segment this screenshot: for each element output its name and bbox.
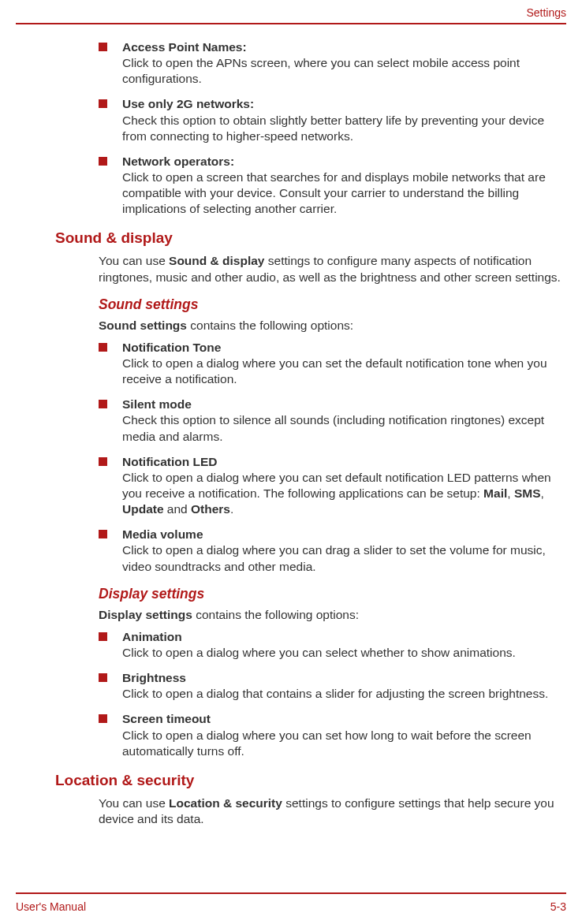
item-desc: Click to open a dialog where you can set…: [122, 728, 532, 758]
display-settings-lead: Display settings contains the following …: [99, 607, 566, 623]
footer-left: User's Manual: [16, 900, 86, 913]
text-bold: Sound & display: [169, 254, 264, 267]
square-bullet-icon: [99, 157, 107, 166]
square-bullet-icon: [99, 43, 107, 51]
page: Settings Access Point Names: Click to op…: [0, 0, 582, 924]
sound-display-intro: You can use Sound & display settings to …: [99, 253, 566, 285]
item-title: Network operators:: [122, 155, 234, 168]
item-desc: Click to open a dialog where you can set…: [122, 471, 551, 516]
square-bullet-icon: [99, 632, 107, 641]
list-item: Silent mode Check this option to silence…: [99, 397, 566, 444]
item-title: Use only 2G networks:: [122, 97, 254, 110]
footer-page-number: 5-3: [550, 900, 566, 913]
text-bold: Sound settings: [99, 319, 187, 332]
item-desc: Click to open a screen that searches for…: [122, 170, 546, 215]
item-title: Access Point Names:: [122, 40, 247, 54]
sound-settings-list: Notification Tone Click to open a dialog…: [99, 340, 566, 575]
item-desc: Click to open a dialog where you can sel…: [122, 646, 516, 659]
square-bullet-icon: [99, 673, 107, 682]
text: ,: [507, 486, 514, 500]
location-security-intro: You can use Location & security settings…: [99, 795, 566, 827]
item-title: Silent mode: [122, 397, 192, 411]
item-title: Brightness: [122, 671, 186, 684]
text: contains the following options:: [187, 319, 353, 332]
item-title: Media volume: [122, 527, 203, 541]
footer-rule: [16, 892, 566, 894]
item-desc: Click to open a dialog where you can set…: [122, 356, 547, 386]
text: You can use: [99, 254, 169, 267]
list-item: Network operators: Click to open a scree…: [99, 154, 566, 218]
text-bold: Mail: [483, 486, 507, 500]
text: .: [230, 502, 233, 516]
top-bullet-list: Access Point Names: Click to open the AP…: [99, 39, 566, 217]
text-bold: Location & security: [169, 796, 282, 810]
text: You can use: [99, 796, 169, 810]
item-desc: Check this option to silence all sounds …: [122, 413, 544, 442]
item-desc: Check this option to obtain slightly bet…: [122, 114, 544, 143]
text-bold: SMS: [514, 486, 541, 500]
item-desc: Click to open the APNs screen, where you…: [122, 56, 520, 85]
list-item: Screen timeout Click to open a dialog wh…: [99, 711, 566, 758]
header-rule: [16, 23, 566, 24]
display-settings-list: Animation Click to open a dialog where y…: [99, 629, 566, 759]
item-title: Notification LED: [122, 455, 218, 468]
item-title: Animation: [122, 630, 182, 643]
text: contains the following options:: [192, 608, 359, 621]
sound-settings-lead: Sound settings contains the following op…: [99, 318, 566, 333]
text-bold: Display settings: [99, 608, 192, 621]
list-item: Notification LED Click to open a dialog …: [99, 454, 566, 518]
heading-sound-display: Sound & display: [55, 229, 566, 247]
list-item: Animation Click to open a dialog where y…: [99, 629, 566, 661]
list-item: Notification Tone Click to open a dialog…: [99, 340, 566, 387]
item-desc: Click to open a dialog where you can dra…: [122, 543, 546, 572]
text: and: [164, 502, 191, 516]
square-bullet-icon: [99, 530, 107, 538]
list-item: Brightness Click to open a dialog that c…: [99, 670, 566, 702]
list-item: Use only 2G networks: Check this option …: [99, 96, 566, 143]
text-bold: Others: [191, 502, 230, 516]
item-desc: Click to open a dialog that contains a s…: [122, 687, 548, 700]
list-item: Access Point Names: Click to open the AP…: [99, 39, 566, 87]
heading-location-security: Location & security: [55, 772, 566, 789]
item-title: Screen timeout: [122, 712, 211, 725]
square-bullet-icon: [99, 343, 107, 352]
square-bullet-icon: [99, 99, 107, 108]
square-bullet-icon: [99, 457, 107, 466]
list-item: Media volume Click to open a dialog wher…: [99, 527, 566, 574]
heading-display-settings: Display settings: [99, 586, 566, 602]
heading-sound-settings: Sound settings: [99, 296, 566, 313]
square-bullet-icon: [99, 714, 107, 723]
text-bold: Update: [122, 502, 164, 516]
square-bullet-icon: [99, 400, 107, 408]
content-area: Access Point Names: Click to open the AP…: [16, 39, 566, 877]
text: ,: [540, 486, 543, 500]
header-section-label: Settings: [526, 6, 566, 19]
item-title: Notification Tone: [122, 341, 221, 354]
